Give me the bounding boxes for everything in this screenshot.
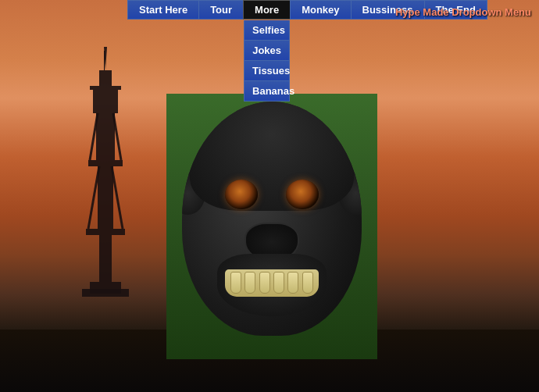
svg-rect-5 xyxy=(96,113,115,160)
monkey-face xyxy=(166,94,377,359)
tooth-5 xyxy=(287,272,298,294)
svg-rect-3 xyxy=(90,86,121,90)
monkey-image-container xyxy=(166,94,377,359)
tower-silhouette xyxy=(82,47,129,297)
svg-rect-8 xyxy=(86,229,125,235)
monkey-eye-right xyxy=(286,180,319,209)
tooth-1 xyxy=(230,272,241,294)
tooth-3 xyxy=(259,272,270,294)
svg-rect-4 xyxy=(93,90,118,113)
svg-line-14 xyxy=(88,166,99,229)
tooth-4 xyxy=(273,272,284,294)
nav-item-tour[interactable]: Tour xyxy=(198,0,243,20)
monkey-forehead xyxy=(190,102,354,211)
monkey-teeth xyxy=(225,269,319,297)
dropdown-item-selfies[interactable]: Selfies xyxy=(244,20,290,41)
tooth-6 xyxy=(302,272,313,294)
svg-rect-1 xyxy=(104,51,105,70)
svg-rect-2 xyxy=(99,70,112,86)
svg-rect-9 xyxy=(99,235,112,282)
svg-rect-7 xyxy=(98,166,113,229)
tooth-2 xyxy=(245,272,255,294)
hype-label: Hype Made Dropdown Menu xyxy=(395,6,531,18)
svg-line-15 xyxy=(112,166,123,229)
dropdown-item-tissues[interactable]: Tissues xyxy=(244,61,290,81)
dropdown-item-bananas[interactable]: Bananas xyxy=(244,81,290,102)
dropdown-item-jokes[interactable]: Jokes xyxy=(244,41,290,61)
svg-rect-6 xyxy=(88,160,123,166)
nav-item-monkey[interactable]: Monkey xyxy=(290,0,350,20)
dropdown-menu: Selfies Jokes Tissues Bananas xyxy=(244,20,290,102)
svg-rect-11 xyxy=(82,289,129,297)
nav-item-more[interactable]: More Selfies Jokes Tissues Bananas xyxy=(243,0,290,20)
nav-item-start-here[interactable]: Start Here xyxy=(127,0,198,20)
monkey-head xyxy=(182,102,362,336)
monkey-eye-left xyxy=(225,180,258,209)
